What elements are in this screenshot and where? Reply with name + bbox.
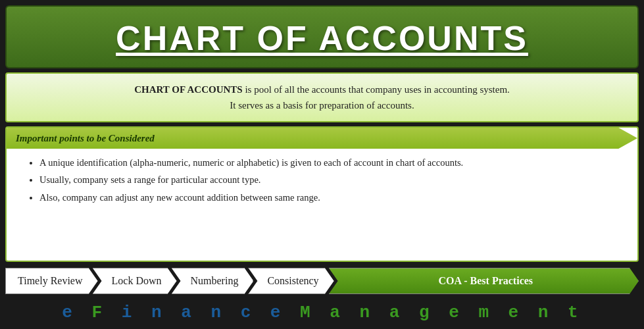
brand-char-g: g	[419, 303, 433, 322]
brand-char-c: c	[241, 303, 255, 322]
brand-char-n2: n	[211, 303, 225, 322]
definition-bold: CHART OF ACCOUNTS	[134, 84, 243, 95]
brand-char-e2: e	[270, 303, 285, 322]
definition-text: CHART OF ACCOUNTS is pool of all the acc…	[26, 82, 618, 113]
main-container: CHART OF ACCOUNTS CHART OF ACCOUNTS is p…	[0, 0, 644, 329]
brand-char-a3: a	[389, 303, 404, 322]
bullet-item-3: Also, company can adjust any new account…	[39, 190, 624, 205]
brand-char-a1: a	[181, 303, 195, 322]
brand-char-i: i	[122, 303, 136, 322]
brand-char-a2: a	[330, 303, 344, 322]
tab-timely-review[interactable]: Timely Review	[5, 268, 98, 294]
title-bar: CHART OF ACCOUNTS	[5, 5, 639, 68]
points-section: Important points to be Considered A uniq…	[5, 126, 639, 262]
footer-brand: e F i n a n c e M a n a g e m e n t	[5, 300, 639, 324]
points-header-text: Important points to be Considered	[16, 133, 155, 143]
brand-char-n3: n	[360, 303, 374, 322]
definition-line2: It serves as a basis for preparation of …	[230, 100, 414, 111]
brand-char-e: e	[62, 303, 76, 322]
definition-box: CHART OF ACCOUNTS is pool of all the acc…	[5, 72, 639, 122]
points-content: A unique identification (alpha-numeric, …	[7, 149, 637, 214]
points-header: Important points to be Considered	[7, 128, 637, 149]
brand-char-n4: n	[538, 303, 553, 322]
page-title: CHART OF ACCOUNTS	[20, 18, 624, 58]
tab-consistency[interactable]: Consistency	[248, 268, 334, 294]
brand-char-n1: n	[151, 303, 166, 322]
tab-numbering[interactable]: Numbering	[172, 268, 254, 294]
bullet-item-2: Usually, company sets a range for partic…	[39, 172, 624, 187]
tab-lock-down[interactable]: Lock Down	[93, 268, 177, 294]
bullet-list: A unique identification (alpha-numeric, …	[26, 155, 624, 205]
brand-char-e4: e	[508, 303, 523, 322]
brand-char-m: m	[478, 303, 493, 322]
bullet-item-1: A unique identification (alpha-numeric, …	[39, 155, 624, 170]
definition-rest1: is pool of all the accounts that company…	[243, 84, 510, 95]
tabs-row: Timely Review Lock Down Numbering Consis…	[5, 266, 639, 296]
tab-coa-best-practices[interactable]: COA - Best Practices	[329, 268, 639, 294]
brand-char-t: t	[568, 303, 582, 322]
brand-char-M: M	[300, 303, 314, 322]
brand-char-e3: e	[449, 303, 463, 322]
brand-char-F: F	[92, 303, 107, 322]
